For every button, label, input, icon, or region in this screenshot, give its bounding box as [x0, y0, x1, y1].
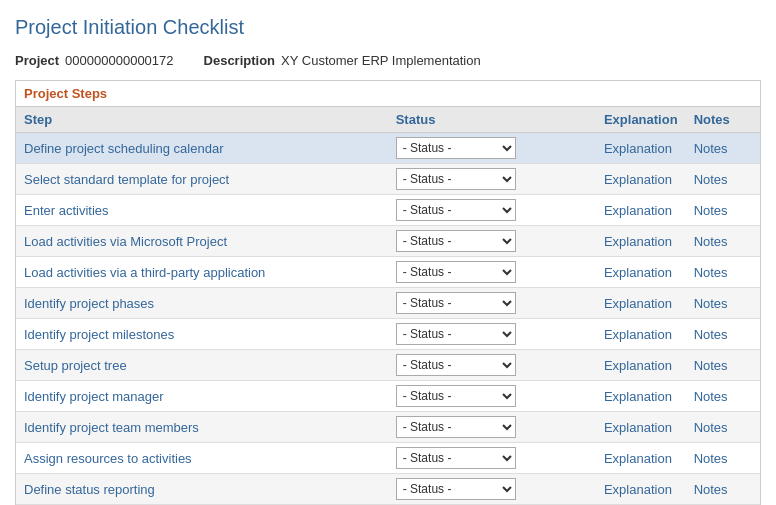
step-link[interactable]: Identify project milestones	[24, 327, 174, 342]
table-row: Enter activities- Status -ExplanationNot…	[16, 195, 760, 226]
explanation-link[interactable]: Explanation	[604, 358, 672, 373]
explanation-link[interactable]: Explanation	[604, 482, 672, 497]
table-row: Define status reporting- Status -Explana…	[16, 474, 760, 505]
explanation-link[interactable]: Explanation	[604, 296, 672, 311]
header-notes: Notes	[686, 107, 760, 133]
explanation-link[interactable]: Explanation	[604, 389, 672, 404]
explanation-link[interactable]: Explanation	[604, 203, 672, 218]
step-link[interactable]: Define status reporting	[24, 482, 155, 497]
explanation-link[interactable]: Explanation	[604, 451, 672, 466]
explanation-link[interactable]: Explanation	[604, 234, 672, 249]
notes-link[interactable]: Notes	[694, 296, 728, 311]
notes-link[interactable]: Notes	[694, 420, 728, 435]
step-link[interactable]: Assign resources to activities	[24, 451, 192, 466]
table-row: Load activities via Microsoft Project- S…	[16, 226, 760, 257]
table-row: Identify project team members- Status -E…	[16, 412, 760, 443]
step-link[interactable]: Select standard template for project	[24, 172, 229, 187]
project-description-item: Description XY Customer ERP Implementati…	[204, 53, 481, 68]
project-steps-table: Step Status Explanation Notes Define pro…	[16, 107, 760, 505]
status-select[interactable]: - Status -	[396, 385, 516, 407]
status-select[interactable]: - Status -	[396, 354, 516, 376]
status-select[interactable]: - Status -	[396, 230, 516, 252]
explanation-link[interactable]: Explanation	[604, 172, 672, 187]
status-select[interactable]: - Status -	[396, 199, 516, 221]
table-row: Identify project phases- Status -Explana…	[16, 288, 760, 319]
table-wrapper: Project Steps Step Status Explanation No…	[15, 80, 761, 505]
status-select[interactable]: - Status -	[396, 416, 516, 438]
step-link[interactable]: Define project scheduling calendar	[24, 141, 223, 156]
notes-link[interactable]: Notes	[694, 203, 728, 218]
table-row: Identify project milestones- Status -Exp…	[16, 319, 760, 350]
status-select[interactable]: - Status -	[396, 261, 516, 283]
header-step: Step	[16, 107, 388, 133]
project-number: 000000000000172	[65, 53, 173, 68]
explanation-link[interactable]: Explanation	[604, 265, 672, 280]
explanation-link[interactable]: Explanation	[604, 327, 672, 342]
section-header: Project Steps	[16, 81, 760, 107]
page-container: Project Initiation Checklist Project 000…	[0, 0, 776, 505]
notes-link[interactable]: Notes	[694, 451, 728, 466]
table-row: Setup project tree- Status -ExplanationN…	[16, 350, 760, 381]
table-row: Load activities via a third-party applic…	[16, 257, 760, 288]
step-link[interactable]: Enter activities	[24, 203, 109, 218]
page-title: Project Initiation Checklist	[15, 10, 761, 39]
table-header-row: Step Status Explanation Notes	[16, 107, 760, 133]
project-info: Project 000000000000172 Description XY C…	[15, 53, 761, 68]
notes-link[interactable]: Notes	[694, 358, 728, 373]
notes-link[interactable]: Notes	[694, 482, 728, 497]
table-row: Identify project manager- Status -Explan…	[16, 381, 760, 412]
description-value: XY Customer ERP Implementation	[281, 53, 481, 68]
status-select[interactable]: - Status -	[396, 323, 516, 345]
table-row: Define project scheduling calendar- Stat…	[16, 133, 760, 164]
notes-link[interactable]: Notes	[694, 141, 728, 156]
step-link[interactable]: Setup project tree	[24, 358, 127, 373]
description-label: Description	[204, 53, 276, 68]
notes-link[interactable]: Notes	[694, 265, 728, 280]
table-row: Assign resources to activities- Status -…	[16, 443, 760, 474]
header-status: Status	[388, 107, 596, 133]
step-link[interactable]: Identify project team members	[24, 420, 199, 435]
header-explanation: Explanation	[596, 107, 686, 133]
notes-link[interactable]: Notes	[694, 327, 728, 342]
explanation-link[interactable]: Explanation	[604, 420, 672, 435]
step-link[interactable]: Load activities via a third-party applic…	[24, 265, 265, 280]
status-select[interactable]: - Status -	[396, 478, 516, 500]
status-select[interactable]: - Status -	[396, 168, 516, 190]
project-number-item: Project 000000000000172	[15, 53, 174, 68]
step-link[interactable]: Identify project manager	[24, 389, 163, 404]
project-label: Project	[15, 53, 59, 68]
explanation-link[interactable]: Explanation	[604, 141, 672, 156]
status-select[interactable]: - Status -	[396, 292, 516, 314]
table-row: Select standard template for project- St…	[16, 164, 760, 195]
notes-link[interactable]: Notes	[694, 234, 728, 249]
status-select[interactable]: - Status -	[396, 137, 516, 159]
step-link[interactable]: Identify project phases	[24, 296, 154, 311]
status-select[interactable]: - Status -	[396, 447, 516, 469]
notes-link[interactable]: Notes	[694, 389, 728, 404]
notes-link[interactable]: Notes	[694, 172, 728, 187]
step-link[interactable]: Load activities via Microsoft Project	[24, 234, 227, 249]
